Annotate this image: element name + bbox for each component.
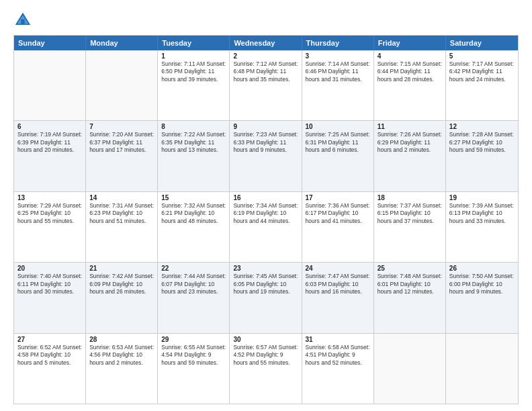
day-number: 23 bbox=[233, 265, 298, 272]
calendar-cell bbox=[86, 50, 158, 120]
weekday-header: Wednesday bbox=[230, 36, 302, 50]
calendar-cell bbox=[446, 334, 518, 404]
day-number: 20 bbox=[17, 265, 82, 272]
page: SundayMondayTuesdayWednesdayThursdayFrid… bbox=[0, 0, 532, 411]
calendar-cell: 18Sunrise: 7:37 AM Sunset: 6:15 PM Dayli… bbox=[374, 192, 446, 262]
day-info: Sunrise: 7:32 AM Sunset: 6:21 PM Dayligh… bbox=[161, 202, 226, 225]
calendar-cell: 9Sunrise: 7:23 AM Sunset: 6:33 PM Daylig… bbox=[230, 121, 302, 191]
day-info: Sunrise: 7:26 AM Sunset: 6:29 PM Dayligh… bbox=[378, 131, 442, 154]
calendar-cell: 20Sunrise: 7:40 AM Sunset: 6:11 PM Dayli… bbox=[14, 263, 86, 332]
day-number: 14 bbox=[89, 194, 154, 201]
day-number: 25 bbox=[378, 265, 442, 272]
calendar-cell: 28Sunrise: 6:53 AM Sunset: 4:56 PM Dayli… bbox=[86, 334, 158, 404]
calendar-cell: 3Sunrise: 7:14 AM Sunset: 6:46 PM Daylig… bbox=[302, 50, 374, 120]
day-info: Sunrise: 7:36 AM Sunset: 6:17 PM Dayligh… bbox=[306, 202, 370, 225]
day-info: Sunrise: 7:28 AM Sunset: 6:27 PM Dayligh… bbox=[449, 131, 515, 154]
calendar-cell: 25Sunrise: 7:48 AM Sunset: 6:01 PM Dayli… bbox=[374, 263, 446, 332]
calendar-cell: 17Sunrise: 7:36 AM Sunset: 6:17 PM Dayli… bbox=[302, 192, 374, 262]
header bbox=[13, 11, 519, 30]
day-info: Sunrise: 6:53 AM Sunset: 4:56 PM Dayligh… bbox=[89, 344, 154, 367]
calendar-cell: 22Sunrise: 7:44 AM Sunset: 6:07 PM Dayli… bbox=[158, 263, 230, 332]
day-number: 9 bbox=[233, 123, 298, 130]
day-info: Sunrise: 7:50 AM Sunset: 6:00 PM Dayligh… bbox=[449, 273, 515, 295]
day-info: Sunrise: 7:22 AM Sunset: 6:35 PM Dayligh… bbox=[161, 131, 226, 154]
day-number: 5 bbox=[449, 52, 515, 60]
day-number: 8 bbox=[161, 123, 226, 130]
day-number: 24 bbox=[306, 265, 370, 272]
calendar-cell: 23Sunrise: 7:45 AM Sunset: 6:05 PM Dayli… bbox=[230, 263, 302, 332]
calendar-row: 13Sunrise: 7:29 AM Sunset: 6:25 PM Dayli… bbox=[14, 191, 518, 262]
calendar-cell: 8Sunrise: 7:22 AM Sunset: 6:35 PM Daylig… bbox=[158, 121, 230, 191]
calendar-cell: 7Sunrise: 7:20 AM Sunset: 6:37 PM Daylig… bbox=[86, 121, 158, 191]
logo bbox=[13, 11, 35, 30]
calendar-cell: 31Sunrise: 6:58 AM Sunset: 4:51 PM Dayli… bbox=[302, 334, 374, 404]
day-info: Sunrise: 7:42 AM Sunset: 6:09 PM Dayligh… bbox=[89, 273, 154, 295]
day-info: Sunrise: 7:47 AM Sunset: 6:03 PM Dayligh… bbox=[306, 273, 370, 295]
day-info: Sunrise: 7:15 AM Sunset: 6:44 PM Dayligh… bbox=[378, 60, 442, 83]
calendar-cell: 12Sunrise: 7:28 AM Sunset: 6:27 PM Dayli… bbox=[446, 121, 518, 191]
calendar-row: 20Sunrise: 7:40 AM Sunset: 6:11 PM Dayli… bbox=[14, 262, 518, 332]
day-info: Sunrise: 7:29 AM Sunset: 6:25 PM Dayligh… bbox=[17, 202, 82, 225]
calendar-cell: 6Sunrise: 7:19 AM Sunset: 6:39 PM Daylig… bbox=[14, 121, 86, 191]
weekday-header: Friday bbox=[374, 36, 446, 50]
day-info: Sunrise: 7:25 AM Sunset: 6:31 PM Dayligh… bbox=[306, 131, 370, 154]
calendar-row: 1Sunrise: 7:11 AM Sunset: 6:50 PM Daylig… bbox=[14, 50, 518, 120]
day-number: 6 bbox=[17, 123, 82, 130]
weekday-header: Monday bbox=[86, 36, 158, 50]
day-number: 22 bbox=[161, 265, 226, 272]
calendar-cell: 11Sunrise: 7:26 AM Sunset: 6:29 PM Dayli… bbox=[374, 121, 446, 191]
calendar-cell bbox=[14, 50, 86, 120]
day-number: 21 bbox=[89, 265, 154, 272]
calendar-header: SundayMondayTuesdayWednesdayThursdayFrid… bbox=[14, 36, 518, 50]
day-info: Sunrise: 7:45 AM Sunset: 6:05 PM Dayligh… bbox=[233, 273, 298, 295]
calendar-cell: 30Sunrise: 6:57 AM Sunset: 4:52 PM Dayli… bbox=[230, 334, 302, 404]
day-number: 2 bbox=[233, 52, 298, 60]
weekday-header: Saturday bbox=[446, 36, 518, 50]
calendar-cell: 1Sunrise: 7:11 AM Sunset: 6:50 PM Daylig… bbox=[158, 50, 230, 120]
day-number: 16 bbox=[233, 194, 298, 201]
calendar-cell: 14Sunrise: 7:31 AM Sunset: 6:23 PM Dayli… bbox=[86, 192, 158, 262]
day-number: 7 bbox=[89, 123, 154, 130]
day-number: 19 bbox=[449, 194, 515, 201]
day-number: 31 bbox=[306, 336, 370, 343]
calendar-cell: 4Sunrise: 7:15 AM Sunset: 6:44 PM Daylig… bbox=[374, 50, 446, 120]
day-info: Sunrise: 7:44 AM Sunset: 6:07 PM Dayligh… bbox=[161, 273, 226, 295]
calendar-body: 1Sunrise: 7:11 AM Sunset: 6:50 PM Daylig… bbox=[14, 50, 518, 404]
day-number: 18 bbox=[378, 194, 442, 201]
calendar-cell: 15Sunrise: 7:32 AM Sunset: 6:21 PM Dayli… bbox=[158, 192, 230, 262]
calendar: SundayMondayTuesdayWednesdayThursdayFrid… bbox=[13, 35, 519, 404]
day-number: 30 bbox=[233, 336, 298, 343]
day-info: Sunrise: 6:57 AM Sunset: 4:52 PM Dayligh… bbox=[233, 344, 298, 367]
day-number: 11 bbox=[378, 123, 442, 130]
calendar-cell: 29Sunrise: 6:55 AM Sunset: 4:54 PM Dayli… bbox=[158, 334, 230, 404]
calendar-cell: 19Sunrise: 7:39 AM Sunset: 6:13 PM Dayli… bbox=[446, 192, 518, 262]
calendar-cell: 27Sunrise: 6:52 AM Sunset: 4:58 PM Dayli… bbox=[14, 334, 86, 404]
calendar-cell: 13Sunrise: 7:29 AM Sunset: 6:25 PM Dayli… bbox=[14, 192, 86, 262]
day-info: Sunrise: 7:20 AM Sunset: 6:37 PM Dayligh… bbox=[89, 131, 154, 154]
calendar-cell: 10Sunrise: 7:25 AM Sunset: 6:31 PM Dayli… bbox=[302, 121, 374, 191]
weekday-header: Tuesday bbox=[158, 36, 230, 50]
day-number: 26 bbox=[449, 265, 515, 272]
day-number: 1 bbox=[161, 52, 226, 60]
day-number: 3 bbox=[306, 52, 370, 60]
day-number: 15 bbox=[161, 194, 226, 201]
day-number: 27 bbox=[17, 336, 82, 343]
day-info: Sunrise: 7:17 AM Sunset: 6:42 PM Dayligh… bbox=[449, 60, 515, 83]
day-info: Sunrise: 6:55 AM Sunset: 4:54 PM Dayligh… bbox=[161, 344, 226, 367]
day-info: Sunrise: 7:31 AM Sunset: 6:23 PM Dayligh… bbox=[89, 202, 154, 225]
day-info: Sunrise: 7:34 AM Sunset: 6:19 PM Dayligh… bbox=[233, 202, 298, 225]
day-number: 10 bbox=[306, 123, 370, 130]
day-info: Sunrise: 7:12 AM Sunset: 6:48 PM Dayligh… bbox=[233, 60, 298, 83]
calendar-row: 27Sunrise: 6:52 AM Sunset: 4:58 PM Dayli… bbox=[14, 333, 518, 404]
weekday-header: Sunday bbox=[14, 36, 86, 50]
day-info: Sunrise: 6:52 AM Sunset: 4:58 PM Dayligh… bbox=[17, 344, 82, 367]
day-number: 28 bbox=[89, 336, 154, 343]
weekday-header: Thursday bbox=[302, 36, 374, 50]
day-info: Sunrise: 7:37 AM Sunset: 6:15 PM Dayligh… bbox=[378, 202, 442, 225]
calendar-cell: 2Sunrise: 7:12 AM Sunset: 6:48 PM Daylig… bbox=[230, 50, 302, 120]
day-number: 17 bbox=[306, 194, 370, 201]
day-info: Sunrise: 7:19 AM Sunset: 6:39 PM Dayligh… bbox=[17, 131, 82, 154]
day-info: Sunrise: 7:11 AM Sunset: 6:50 PM Dayligh… bbox=[161, 60, 226, 83]
day-info: Sunrise: 7:48 AM Sunset: 6:01 PM Dayligh… bbox=[378, 273, 442, 295]
calendar-cell: 24Sunrise: 7:47 AM Sunset: 6:03 PM Dayli… bbox=[302, 263, 374, 332]
